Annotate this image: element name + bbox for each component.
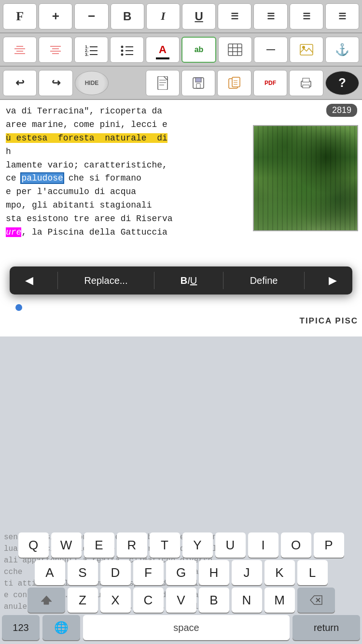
return-key[interactable]: return (292, 615, 360, 640)
key-n[interactable]: N (232, 588, 262, 613)
delete-key[interactable] (297, 588, 335, 613)
globe-key[interactable]: 🌐 (42, 615, 80, 640)
underline-button[interactable]: U (182, 3, 216, 29)
context-next-button[interactable]: ▶ (322, 274, 344, 287)
text-line-7: e per l'accumulo di acqua (6, 185, 356, 199)
key-d[interactable]: D (100, 560, 131, 585)
space-key[interactable]: space (83, 615, 290, 640)
key-i[interactable]: I (248, 532, 278, 558)
context-prev-button[interactable]: ◀ (18, 274, 40, 287)
svg-rect-2 (16, 51, 23, 52)
key-b[interactable]: B (199, 588, 229, 613)
key-p[interactable]: P (314, 532, 344, 558)
key-a[interactable]: A (35, 560, 65, 585)
context-divider-3 (223, 272, 223, 289)
redo-button[interactable]: ↪ (39, 70, 72, 96)
pdf-button[interactable]: PDF (253, 70, 287, 96)
key-l[interactable]: L (297, 560, 328, 585)
svg-point-26 (302, 46, 305, 49)
keyboard-rows: Q W E R T Y U I O P A S D F G H J K L (0, 530, 362, 640)
svg-rect-6 (50, 51, 61, 52)
word-count-badge: 2819 (326, 104, 357, 117)
save-button[interactable] (181, 70, 215, 96)
context-replace-button[interactable]: Replace... (75, 275, 136, 286)
align-left-button[interactable]: ☰ (218, 3, 251, 29)
document-button[interactable] (146, 70, 180, 96)
text-line-4: h (6, 145, 356, 159)
align-center-button[interactable]: ☰ (253, 3, 287, 29)
plus-button[interactable]: + (39, 3, 72, 29)
key-s[interactable]: S (68, 560, 98, 585)
text-line-2: aree marine, come pini, lecci e (6, 118, 356, 132)
anchor-button[interactable]: ⚓ (325, 37, 359, 63)
biu-underline: U (190, 275, 197, 286)
key-k[interactable]: K (265, 560, 295, 585)
bold-button[interactable]: B (111, 3, 144, 29)
key-v[interactable]: V (166, 588, 196, 613)
svg-rect-37 (303, 78, 309, 82)
key-q[interactable]: Q (18, 532, 49, 558)
key-y[interactable]: Y (182, 532, 213, 558)
spacer-button (111, 70, 143, 96)
svg-rect-15 (125, 46, 133, 47)
highlight-button[interactable]: ab (181, 37, 216, 63)
shift-key[interactable] (28, 588, 65, 613)
svg-rect-1 (14, 48, 25, 49)
minus-button[interactable]: − (74, 3, 108, 29)
svg-rect-25 (300, 44, 313, 55)
font-button[interactable]: F (3, 3, 37, 29)
key-z[interactable]: Z (68, 588, 98, 613)
key-c[interactable]: C (133, 588, 164, 613)
help-button[interactable]: ? (325, 71, 359, 95)
indent-decrease-button[interactable] (3, 37, 37, 63)
key-x[interactable]: X (100, 588, 131, 613)
text-line-1: va di Terracina", ricoperta da (6, 105, 356, 118)
italic-button[interactable]: I (146, 3, 180, 29)
keyboard-bottom-row: 123 🌐 space return (0, 615, 362, 640)
export-button[interactable] (217, 70, 251, 96)
print-button[interactable] (289, 70, 323, 96)
undo-button[interactable]: ↩ (3, 70, 37, 96)
unordered-list-button[interactable] (110, 37, 144, 63)
hide-button[interactable]: HIDE (75, 71, 109, 95)
keyboard-row-2: A S D F G H J K L (0, 560, 362, 585)
svg-rect-33 (196, 84, 200, 88)
align-right-button[interactable]: ☰ (290, 3, 323, 29)
key-u[interactable]: U (215, 532, 246, 558)
horizontal-rule-button[interactable]: — (254, 37, 288, 63)
key-j[interactable]: J (232, 560, 262, 585)
svg-rect-19 (125, 54, 133, 55)
key-g[interactable]: G (166, 560, 196, 585)
document-text[interactable]: va di Terracina", ricoperta da aree mari… (0, 100, 362, 336)
text-line-3: ù estesa foresta naturale di (6, 132, 356, 145)
svg-point-16 (121, 49, 124, 52)
context-define-button[interactable]: Define (241, 275, 287, 286)
key-w[interactable]: W (51, 532, 82, 558)
key-f[interactable]: F (133, 560, 164, 585)
tipica-label: TIPICA PISC (296, 314, 362, 328)
svg-rect-11 (90, 50, 97, 51)
key-t[interactable]: T (150, 532, 180, 558)
key-m[interactable]: M (265, 588, 295, 613)
key-o[interactable]: O (281, 532, 311, 558)
selection-handle-left[interactable] (15, 304, 22, 311)
text-line-10: ure, la Piscina della Gattuccia (6, 226, 356, 239)
svg-rect-17 (125, 50, 133, 51)
svg-text:3.: 3. (85, 52, 89, 57)
context-biu-button[interactable]: BIU (172, 275, 206, 286)
image-button[interactable] (290, 37, 323, 63)
svg-rect-38 (303, 85, 309, 88)
ordered-list-button[interactable]: 1.2.3. (74, 37, 108, 63)
toolbar-row-1: F + − B I U ☰ ☰ ☰ ☰ (0, 0, 362, 33)
justify-button[interactable]: ☰ (325, 3, 359, 29)
table-button[interactable] (218, 37, 252, 63)
key-h[interactable]: H (199, 560, 229, 585)
document-content[interactable]: 2819 va di Terracina", ricoperta da aree… (0, 100, 362, 336)
num-key[interactable]: 123 (2, 615, 40, 640)
keyboard-row-3: Z X C V B N M (0, 588, 362, 613)
indent-increase-button[interactable] (39, 37, 72, 63)
context-divider-1 (57, 272, 58, 289)
key-r[interactable]: R (117, 532, 147, 558)
key-e[interactable]: E (84, 532, 114, 558)
font-color-button[interactable]: A (146, 37, 180, 63)
